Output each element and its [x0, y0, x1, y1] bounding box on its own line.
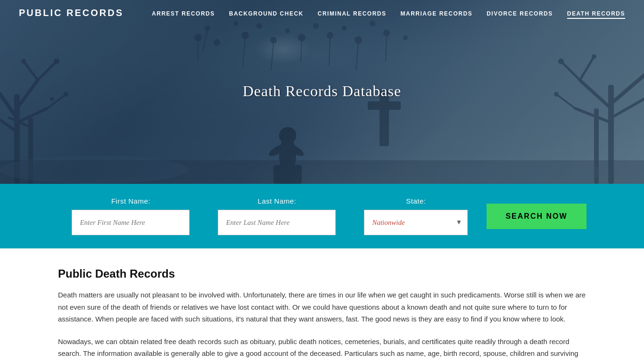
last-name-input[interactable]	[218, 210, 336, 235]
nav-item-marriage[interactable]: MARRIAGE RECORDS	[401, 9, 473, 17]
navigation: PUBLIC RECORDS ARREST RECORDS BACKGROUND…	[0, 0, 644, 26]
hero-title: Death Records Database	[243, 82, 402, 100]
nav-links: ARREST RECORDS BACKGROUND CHECK CRIMINAL…	[152, 9, 625, 17]
nav-link-arrest[interactable]: ARREST RECORDS	[152, 10, 215, 17]
nav-item-death[interactable]: DEATH RECORDS	[567, 9, 625, 17]
nav-link-death[interactable]: DEATH RECORDS	[567, 10, 625, 19]
nav-item-divorce[interactable]: DIVORCE RECORDS	[487, 9, 553, 17]
state-label: State:	[406, 197, 426, 205]
state-field: State: NationwideAlabamaAlaskaArizonaArk…	[350, 197, 482, 235]
first-name-label: First Name:	[111, 197, 150, 205]
nav-link-criminal[interactable]: CRIMINAL RECORDS	[318, 10, 387, 17]
search-section: First Name: Last Name: State: Nationwide…	[0, 184, 644, 248]
nav-item-criminal[interactable]: CRIMINAL RECORDS	[318, 9, 387, 17]
last-name-label: Last Name:	[258, 197, 297, 205]
nav-item-background[interactable]: BACKGROUND CHECK	[229, 9, 304, 17]
nav-link-marriage[interactable]: MARRIAGE RECORDS	[401, 10, 473, 17]
brand-logo[interactable]: PUBLIC RECORDS	[19, 8, 124, 18]
content-paragraph-2: Nowadays, we can obtain related free dea…	[58, 336, 586, 362]
nav-item-arrest[interactable]: ARREST RECORDS	[152, 9, 215, 17]
nav-link-background[interactable]: BACKGROUND CHECK	[229, 10, 304, 17]
state-select[interactable]: NationwideAlabamaAlaskaArizonaArkansasCa…	[364, 210, 468, 235]
content-paragraph-1: Death matters are usually not pleasant t…	[58, 289, 586, 325]
first-name-input[interactable]	[72, 210, 190, 235]
first-name-field: First Name:	[58, 197, 204, 235]
content-section: Public Death Records Death matters are u…	[39, 248, 605, 362]
nav-link-divorce[interactable]: DIVORCE RECORDS	[487, 10, 553, 17]
state-select-wrapper: NationwideAlabamaAlaskaArizonaArkansasCa…	[364, 210, 468, 235]
hero-section: Death Records Database	[0, 0, 644, 184]
content-heading: Public Death Records	[58, 267, 586, 280]
last-name-field: Last Name:	[204, 197, 350, 235]
search-now-button[interactable]: SEARCH NOW	[487, 204, 586, 229]
